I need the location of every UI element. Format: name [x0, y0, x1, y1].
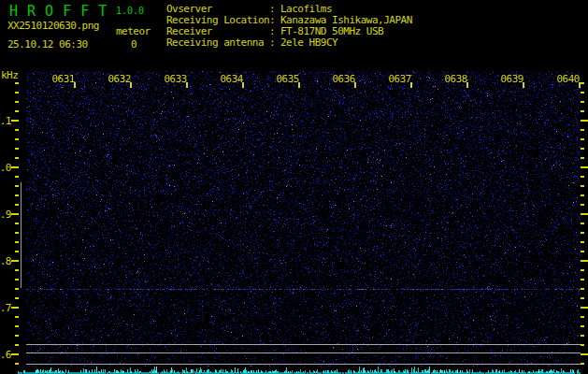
- freq-tick-label: 0.7: [0, 302, 11, 314]
- freq-minor-tick-left: [15, 223, 19, 224]
- freq-major-tick-right: [581, 353, 588, 355]
- freq-minor-tick-right: [581, 176, 584, 178]
- freq-major-tick-left: [11, 353, 19, 355]
- freq-minor-tick-right: [581, 148, 584, 150]
- freq-axis-unit-label: kHz: [1, 70, 18, 81]
- freq-minor-tick-right: [581, 129, 584, 131]
- frequency-marker-bar: [21, 182, 22, 288]
- freq-minor-tick-left: [15, 138, 19, 140]
- freq-minor-tick-right: [581, 363, 584, 365]
- freq-minor-tick-right: [581, 194, 584, 196]
- time-tick-label: 0632: [108, 73, 132, 85]
- freq-minor-tick-right: [581, 101, 584, 103]
- info-label: Receiving antenna: [166, 37, 264, 49]
- freq-minor-tick-right: [581, 204, 584, 206]
- time-tick-label: 0634: [221, 73, 244, 85]
- freq-major-tick-left: [11, 307, 19, 309]
- freq-minor-tick-right: [581, 92, 584, 94]
- time-tick-label: 0637: [389, 73, 412, 85]
- freq-minor-tick-right: [581, 297, 584, 299]
- freq-minor-tick-left: [15, 325, 19, 327]
- freq-minor-tick-left: [15, 316, 19, 318]
- freq-minor-tick-right: [581, 344, 584, 346]
- freq-minor-tick-left: [15, 344, 19, 346]
- freq-minor-tick-left: [15, 241, 19, 243]
- freq-major-tick-right: [581, 166, 588, 168]
- freq-minor-tick-right: [581, 241, 584, 243]
- freq-minor-tick-left: [15, 148, 19, 150]
- hrofft-window: H R O F F T 1.0.0 XX2510120630.png meteo…: [0, 0, 588, 374]
- time-tick: [242, 82, 244, 88]
- freq-minor-tick-left: [15, 335, 19, 337]
- timestamp: 25.10.12 06:30: [7, 39, 88, 50]
- freq-minor-tick-left: [15, 176, 19, 178]
- freq-minor-tick-right: [581, 82, 584, 84]
- freq-minor-tick-left: [15, 194, 19, 196]
- freq-minor-tick-right: [581, 138, 584, 140]
- freq-minor-tick-left: [15, 363, 19, 365]
- freq-tick-label: 1.0: [0, 162, 11, 174]
- freq-major-tick-left: [11, 120, 19, 122]
- meteor-count-label: meteor: [116, 26, 151, 37]
- freq-minor-tick-left: [15, 185, 19, 187]
- freq-minor-tick-left: [15, 101, 19, 103]
- info-separator: :: [269, 37, 275, 49]
- freq-minor-tick-right: [581, 185, 584, 187]
- freq-minor-tick-left: [15, 279, 19, 280]
- time-tick-label: 0633: [165, 73, 188, 85]
- info-row: Receiving antenna:2ele HB9CY: [166, 37, 578, 49]
- time-tick-label: 0640: [557, 73, 581, 85]
- freq-minor-tick-left: [15, 110, 19, 112]
- reference-line: [26, 352, 581, 353]
- time-tick-label: 0639: [501, 73, 524, 85]
- freq-minor-tick-right: [581, 288, 584, 290]
- spectrogram-canvas: [26, 71, 581, 367]
- time-tick-label: 0638: [445, 73, 468, 85]
- freq-minor-tick-left: [15, 269, 19, 271]
- time-tick: [466, 82, 468, 88]
- freq-minor-tick-left: [15, 204, 19, 206]
- freq-minor-tick-right: [581, 325, 584, 327]
- freq-minor-tick-left: [15, 92, 19, 94]
- time-tick: [298, 82, 300, 88]
- meteor-count-value: 0: [131, 39, 136, 50]
- time-tick: [186, 82, 188, 88]
- freq-minor-tick-left: [15, 129, 19, 131]
- time-tick: [130, 82, 132, 88]
- freq-minor-tick-right: [581, 316, 584, 318]
- app-title: H R O F F T: [9, 3, 108, 20]
- freq-major-tick-right: [581, 120, 588, 122]
- output-filename: XX2510120630.png: [7, 21, 99, 32]
- reference-line: [26, 364, 581, 365]
- freq-minor-tick-right: [581, 223, 584, 224]
- freq-tick-label: 0.8: [0, 255, 11, 267]
- freq-minor-tick-left: [15, 288, 19, 290]
- signal-level-strip-canvas: [18, 367, 581, 374]
- freq-minor-tick-right: [581, 335, 584, 337]
- freq-minor-tick-right: [581, 269, 584, 271]
- freq-tick-label: 0.6: [0, 349, 11, 361]
- freq-minor-tick-right: [581, 232, 584, 234]
- freq-major-tick-left: [11, 213, 19, 215]
- freq-tick-label: 0.9: [0, 209, 11, 221]
- time-tick: [410, 82, 412, 88]
- freq-minor-tick-left: [15, 157, 19, 159]
- freq-minor-tick-left: [15, 232, 19, 234]
- time-tick-label: 0631: [52, 73, 76, 85]
- freq-minor-tick-left: [15, 251, 19, 252]
- freq-major-tick-right: [581, 213, 588, 215]
- freq-major-tick-left: [11, 166, 19, 168]
- time-tick-label: 0635: [277, 73, 300, 85]
- freq-major-tick-right: [581, 307, 588, 309]
- time-tick: [354, 82, 356, 88]
- freq-minor-tick-left: [15, 297, 19, 299]
- freq-major-tick-left: [11, 260, 19, 262]
- info-value: 2ele HB9CY: [280, 37, 337, 49]
- freq-minor-tick-right: [581, 279, 584, 280]
- freq-minor-tick-right: [581, 110, 584, 112]
- time-tick: [523, 82, 524, 88]
- time-tick-label: 0636: [333, 73, 356, 85]
- freq-tick-label: 1.1: [0, 115, 11, 127]
- freq-minor-tick-left: [15, 82, 19, 84]
- freq-minor-tick-right: [581, 251, 584, 252]
